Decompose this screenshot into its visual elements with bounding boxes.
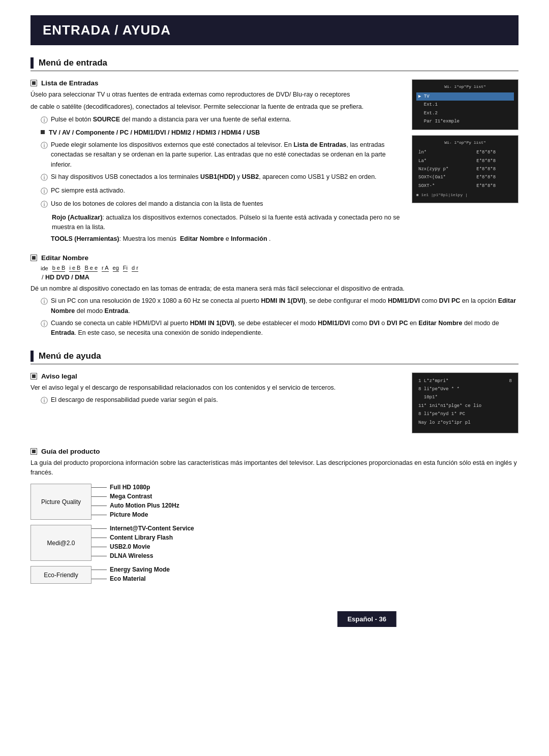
pg-line-icon-8 [92, 556, 107, 557]
note-circle-icon-7: ⓘ [41, 319, 48, 330]
aviso-legal-main: Aviso legal Ver el aviso legal y el desc… [30, 372, 404, 438]
filled-square-icon [41, 130, 45, 134]
editar-nombre-note1: ⓘ Si un PC con una resolución de 1920 x … [30, 296, 518, 316]
lista-entradas-screenshots: Wi- l"op"Py list" ▶ TV Ext.1 Ext.2 Par I… [412, 79, 518, 245]
help-menu-table: 1 L*z*mpri*8 8 li*pe*Uve * * 10p1* 11* 1… [416, 377, 514, 427]
editar-nombre-note2: ⓘ Cuando se conecta un cable HDMI/DVI al… [30, 319, 518, 338]
page-header: ENTRADA / AYUDA [30, 15, 518, 45]
aviso-legal-note: ⓘ El descargo de responsabilidad puede v… [30, 395, 404, 406]
edit-name-items-row2: / HD DVD / DMA [30, 274, 518, 281]
pg-item-mega-contrast: Mega Contrast [92, 493, 179, 500]
page-number: Español - 36 [347, 615, 386, 623]
pg-line-icon-5 [92, 528, 107, 529]
note-circle-icon-8: ⓘ [41, 395, 48, 406]
pg-item-eco-material: Eco Material [92, 575, 170, 582]
note-circle-icon-4: ⓘ [41, 186, 48, 197]
note-circle-icon: ⓘ [41, 115, 48, 126]
section-bar-icon [30, 57, 34, 69]
lista-entradas-main: Lista de Entradas Úselo para seleccionar… [30, 79, 404, 245]
pg-line-icon-9 [92, 570, 107, 571]
lista-entradas-body2: de cable o satélite (decodificadores), c… [30, 102, 404, 112]
lista-sub-note4: ⓘ Uso de los botones de colores del mand… [30, 199, 404, 210]
pg-line-icon [92, 487, 107, 488]
lista-entradas-note1: ⓘ Pulse el botón SOURCE del mando a dist… [30, 115, 404, 126]
lista-entradas-title: Lista de Entradas [30, 79, 404, 87]
pg-line-icon-6 [92, 538, 107, 539]
pg-item-content-library: Content Library Flash [92, 534, 194, 541]
note-circle-icon-3: ⓘ [41, 172, 48, 183]
aviso-legal-title: Aviso legal [30, 372, 404, 380]
pg-item-dlna: DLNA Wireless [92, 552, 194, 559]
aviso-legal-body: Ver el aviso legal y el descargo de resp… [30, 383, 404, 393]
pg-category-picture-quality: Picture Quality [30, 484, 92, 520]
section-bar-icon-2 [30, 351, 34, 362]
section-header-ayuda: Menú de ayuda [30, 351, 518, 364]
pg-line-icon-7 [92, 547, 107, 548]
checkbox-icon-aviso [30, 373, 37, 380]
note-circle-icon-2: ⓘ [41, 140, 48, 151]
lista-sub-note1: ⓘ Puede elegir solamente los dispositivo… [30, 140, 404, 170]
pg-row-media: Medi@2.0 Internet@TV-Content Service Con… [30, 525, 518, 561]
color-button-note: Rojo (Actualizar): actualiza los disposi… [30, 213, 404, 233]
section-title-entrada: Menú de entrada [39, 58, 107, 68]
lista-sub-note2: ⓘ Si hay dispositivos USB conectados a l… [30, 172, 404, 183]
subsection-lista-entradas: Lista de Entradas Úselo para seleccionar… [30, 79, 518, 245]
checkbox-icon-guia [30, 448, 37, 455]
page-title: ENTRADA / AYUDA [43, 22, 506, 38]
pg-category-media: Medi@2.0 [30, 525, 92, 561]
pg-item-auto-motion: Auto Motion Plus 120Hz [92, 502, 179, 509]
checkbox-icon-editar [30, 255, 37, 261]
screenshot-source-list-1: Wi- l"op"Py list" ▶ TV Ext.1 Ext.2 Par I… [412, 79, 518, 130]
pg-item-full-hd: Full HD 1080p [92, 484, 179, 491]
section-header-entrada: Menú de entrada [30, 57, 518, 71]
note-circle-icon-5: ⓘ [41, 199, 48, 210]
pg-category-eco: Eco-Friendly [30, 566, 92, 584]
screenshot-source-list-2: Wi- l"op"Py list" ln*E*8*8*8 La*E*8*8*8 … [412, 135, 518, 203]
subsection-aviso-legal: Aviso legal Ver el aviso legal y el desc… [30, 372, 518, 438]
screenshot-help-menu: 1 L*z*mpri*8 8 li*pe*Uve * * 10p1* 11* 1… [412, 372, 518, 433]
tools-line: TOOLS (Herramientas): Muestra los menús … [30, 235, 404, 242]
pg-line-icon-2 [92, 496, 107, 497]
guia-producto-title: Guía del producto [30, 448, 518, 455]
subsection-editar-nombre: Editar Nombre ide b e B i e B B e e r A … [30, 254, 518, 338]
source-table-1: ▶ TV Ext.1 Ext.2 Par I1*exmple [416, 92, 514, 126]
pg-item-usb-movie: USB2.0 Movie [92, 543, 194, 550]
pg-line-icon-10 [92, 579, 107, 580]
subsection-guia-producto: Guía del producto La guía del producto p… [30, 448, 518, 584]
lista-sub-note3: ⓘ PC siempre está activado. [30, 186, 404, 197]
pg-row-eco: Eco-Friendly Energy Saving Mode Eco Mate… [30, 566, 518, 584]
note-circle-icon-6: ⓘ [41, 296, 48, 307]
section-title-ayuda: Menú de ayuda [39, 351, 101, 361]
editar-nombre-title: Editar Nombre [30, 254, 518, 262]
checkbox-icon-lista [30, 80, 37, 86]
guia-producto-body: La guía del producto proporciona informa… [30, 458, 518, 478]
lista-entradas-layout: Lista de Entradas Úselo para seleccionar… [30, 79, 518, 245]
pg-item-internet-tv: Internet@TV-Content Service [92, 525, 194, 532]
lista-entradas-sub-heading: TV / AV / Componente / PC / HDMI1/DVI / … [30, 128, 404, 138]
pg-line-icon-3 [92, 506, 107, 507]
aviso-legal-screenshot: 1 L*z*mpri*8 8 li*pe*Uve * * 10p1* 11* 1… [412, 372, 518, 438]
edit-name-items-row: ide b e B i e B B e e r A eg Fi d r [41, 265, 518, 272]
pg-item-energy-saving: Energy Saving Mode [92, 566, 170, 573]
pg-item-picture-mode: Picture Mode [92, 511, 179, 518]
pg-row-picture-quality: Picture Quality Full HD 1080p Mega Contr… [30, 484, 518, 520]
pg-line-icon-4 [92, 515, 107, 516]
product-guide-table: Picture Quality Full HD 1080p Mega Contr… [30, 484, 518, 584]
page-footer: Español - 36 [337, 611, 396, 627]
section-menu-ayuda: Menú de ayuda Aviso legal Ver el aviso l… [30, 351, 518, 584]
aviso-legal-layout: Aviso legal Ver el aviso legal y el desc… [30, 372, 518, 438]
lista-entradas-body1: Úselo para seleccionar TV u otras fuente… [30, 90, 404, 100]
source-table-2: ln*E*8*8*8 La*E*8*8*8 Nzx(zypy p*E*8*8*8… [416, 148, 514, 190]
section-menu-entrada: Menú de entrada Lista de Entradas Úselo … [30, 57, 518, 338]
page-footer-container: Español - 36 [30, 596, 518, 627]
editar-nombre-body: Dé un nombre al dispositivo conectado en… [30, 284, 518, 294]
